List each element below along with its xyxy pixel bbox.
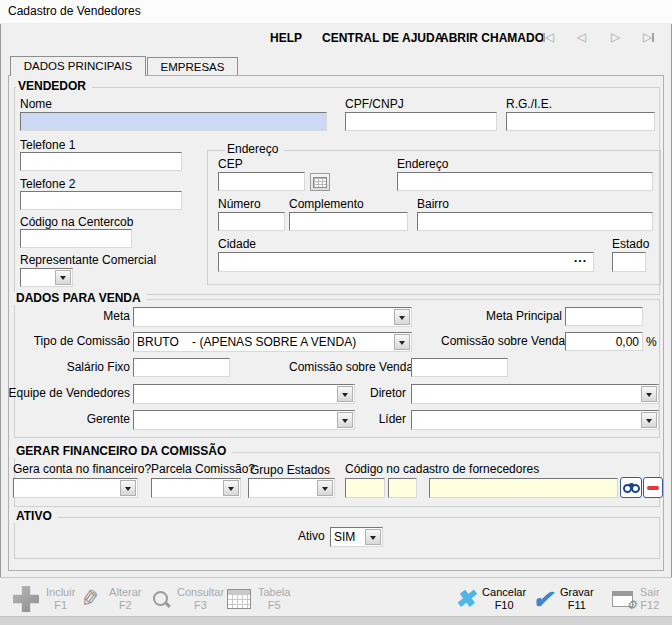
diretor-select[interactable] [411,384,659,404]
complemento-label: Complemento [289,198,364,211]
buscar-fornecedor-button[interactable] [620,477,642,498]
estado-field[interactable] [612,252,646,272]
endereco-field[interactable] [397,172,653,191]
equipe-vendedores-label: Equipe de Vendedores [8,387,130,400]
previous-record-icon: ◁ [577,31,586,43]
menu-abrir-chamado[interactable]: ABRIR CHAMADO [440,31,544,45]
tab-dados-principais[interactable]: DADOS PRINCIPAIS [10,56,146,76]
sair-button[interactable]: ⚙ Sair F12 [612,581,660,617]
menu-central-de-ajuda[interactable]: CENTRAL DE AJUDA [322,31,443,45]
percent-suffix: % [646,335,657,349]
nav-previous-button[interactable]: ◁ [577,31,586,43]
codigo-fornecedores-label: Código no cadastro de fornecedores [345,463,539,476]
tabela-button[interactable]: Tabela F5 [227,581,290,617]
meta-select[interactable] [133,307,412,327]
cep-lookup-button[interactable] [310,173,330,191]
grid-icon [313,177,327,188]
alterar-button[interactable]: ✎ Alterar F2 [82,581,142,617]
first-record-icon: ◁ [545,31,554,43]
lider-select[interactable] [411,410,659,430]
cadastro-de-vendedores-window: Cadastro de Vendedores HELP CENTRAL DE A… [0,0,672,625]
vendedor-legend: VENDEDOR [16,80,92,93]
gerente-select[interactable] [133,410,355,430]
dropdown-arrow-icon[interactable] [365,529,381,545]
telefone2-label: Telefone 2 [20,178,75,191]
complemento-field[interactable] [289,212,408,231]
ativo-label: Ativo [298,530,325,543]
lider-label: Líder [336,413,406,426]
dropdown-arrow-icon[interactable] [120,480,136,496]
tipo-comissao-label: Tipo de Comissão [30,335,130,348]
alterar-key: F2 [119,599,132,612]
binoculars-icon [623,483,640,493]
parcela-comissao-label: Parcela Comissão? [151,463,255,476]
dropdown-arrow-icon[interactable] [55,270,71,285]
codigo-centercob-label: Código na Centercob [20,216,133,229]
grupo-estados-select[interactable] [248,478,335,498]
cpf-cnpj-field[interactable] [345,112,497,131]
diretor-label: Diretor [336,387,406,400]
last-bar-icon [652,33,654,42]
dropdown-arrow-icon[interactable] [394,309,410,325]
cep-label: CEP [218,158,243,171]
comissao-sobre-venda-label: Comissão sobre Venda [289,361,406,374]
table-icon [227,589,251,609]
consultar-button[interactable]: Consultar F3 [152,581,224,617]
dropdown-arrow-icon[interactable] [394,334,410,350]
toolbar-bottom-strip [0,616,672,625]
minus-icon [647,486,659,490]
numero-field[interactable] [218,212,285,231]
tab-empresas[interactable]: EMPRESAS [147,57,238,76]
codigo-fornecedor-field-2[interactable] [388,478,417,498]
telefone1-label: Telefone 1 [20,139,75,152]
nav-first-button[interactable]: ◁ [543,31,554,43]
cancelar-button[interactable]: ✖ Cancelar F10 [455,581,526,617]
telefone2-field[interactable] [20,191,182,210]
meta-principal-field[interactable] [565,307,643,326]
gera-conta-financeiro-label: Gera conta no financeiro? [13,463,151,476]
comissao-sobre-venda-field[interactable] [411,358,508,377]
tipo-comissao-select[interactable]: BRUTO - (APENAS SOBRE A VENDA) [133,332,412,352]
incluir-button[interactable]: Incluir F1 [13,581,75,617]
fornecedor-nome-field[interactable] [429,478,618,498]
meta-label: Meta [30,310,130,323]
pencil-icon: ✎ [82,587,102,611]
ativo-select[interactable]: SIM [330,527,383,547]
comissao-sobre-venda-pct-label: Comissão sobre Venda [441,335,558,348]
gear-icon: ⚙ [626,599,637,611]
gera-conta-financeiro-select[interactable] [13,478,138,498]
tabela-label: Tabela [258,586,290,599]
codigo-fornecedor-field-1[interactable] [345,478,385,498]
gravar-button[interactable]: ✔ Gravar F11 [532,581,594,617]
representante-comercial-select[interactable] [20,268,73,287]
cidade-field[interactable]: ... [218,252,594,272]
comissao-sobre-venda-pct-field[interactable] [565,332,643,351]
dropdown-arrow-icon[interactable] [641,386,657,402]
rg-ie-label: R.G./I.E. [506,98,552,111]
nome-field[interactable] [20,112,327,131]
meta-principal-label: Meta Principal [441,310,562,323]
ativo-legend: ATIVO [14,510,58,523]
rg-ie-field[interactable] [506,112,655,131]
remover-fornecedor-button[interactable] [643,477,663,498]
consultar-key: F3 [194,599,207,612]
cancel-x-icon: ✖ [455,587,475,611]
incluir-key: F1 [54,599,67,612]
dropdown-arrow-icon[interactable] [317,480,333,496]
parcela-comissao-select[interactable] [151,478,241,498]
numero-label: Número [218,198,261,211]
dropdown-arrow-icon[interactable] [223,480,239,496]
nav-last-button[interactable]: ▷ [643,31,654,43]
bairro-label: Bairro [417,198,449,211]
dropdown-arrow-icon[interactable] [641,412,657,428]
equipe-vendedores-select[interactable] [133,384,355,404]
representante-comercial-label: Representante Comercial [20,254,156,267]
nav-next-button[interactable]: ▷ [611,31,620,43]
cidade-lookup-ellipsis-icon[interactable]: ... [574,251,587,265]
codigo-centercob-field[interactable] [20,229,132,248]
menu-help[interactable]: HELP [270,31,302,45]
salario-fixo-field[interactable] [133,358,230,377]
telefone1-field[interactable] [20,152,182,171]
cep-field[interactable] [218,172,305,191]
bairro-field[interactable] [417,212,653,231]
